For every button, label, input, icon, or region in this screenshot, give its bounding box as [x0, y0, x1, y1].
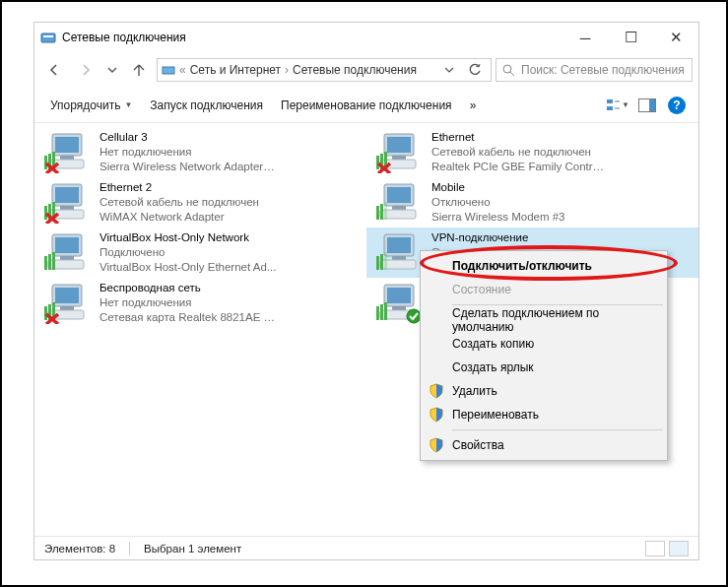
search-icon — [502, 64, 515, 77]
connection-item[interactable]: Ethernet Сетевой кабель не подключен Rea… — [366, 127, 698, 177]
item-count: Элементов: 8 — [44, 543, 115, 554]
svg-rect-47 — [392, 156, 406, 160]
svg-rect-33 — [44, 256, 47, 270]
connection-status: Нет подключения — [99, 145, 277, 160]
shield-icon — [429, 383, 444, 399]
connection-name: VirtualBox Host-Only Network — [99, 230, 276, 245]
ctx-connect[interactable]: Подключить/отключить — [423, 254, 665, 278]
ctx-rename[interactable]: Переименовать — [423, 403, 665, 426]
organize-menu[interactable]: Упорядочить▼ — [44, 95, 138, 116]
svg-rect-10 — [649, 99, 655, 111]
titlebar: Сетевые подключения ─ ☐ ✕ — [34, 23, 698, 52]
connection-device: Sierra Wireless Network Adapter #3 — [99, 160, 277, 174]
connection-device: VirtualBox Host-Only Ethernet Ad... — [99, 260, 276, 275]
up-button[interactable] — [125, 56, 153, 84]
svg-rect-49 — [376, 156, 379, 169]
connection-status: Подключено — [99, 245, 276, 260]
connection-status: Нет подключения — [99, 295, 277, 310]
svg-rect-63 — [392, 256, 406, 260]
svg-rect-66 — [380, 254, 383, 270]
connection-device: Sierra Wireless Modem #3 — [431, 210, 564, 225]
search-placeholder: Поиск: Сетевые подключения — [521, 63, 685, 77]
window-icon — [40, 30, 56, 45]
connection-name: Ethernet — [431, 130, 609, 145]
rename-connection-button[interactable]: Переименование подключения — [275, 95, 458, 116]
view-options-button[interactable]: ▼ — [606, 94, 629, 117]
svg-rect-38 — [60, 306, 74, 310]
details-view-button[interactable] — [645, 541, 665, 556]
svg-rect-58 — [376, 206, 379, 220]
window-title: Сетевые подключения — [62, 31, 563, 44]
refresh-button[interactable] — [463, 63, 487, 77]
adapter-icon — [374, 281, 424, 324]
svg-rect-13 — [60, 156, 74, 160]
svg-rect-15 — [44, 156, 47, 169]
svg-rect-21 — [55, 187, 79, 203]
breadcrumb-part[interactable]: Сеть и Интернет — [190, 63, 281, 77]
address-bar: « Сеть и Интернет › Сетевые подключения … — [34, 52, 698, 88]
connection-device: Realtek PCIe GBE Family Controller — [431, 160, 609, 174]
connection-item[interactable]: Беспроводная сеть Нет подключения Сетева… — [34, 278, 366, 328]
adapter-icon — [42, 130, 92, 173]
svg-rect-72 — [376, 306, 379, 320]
ctx-status: Состояние — [423, 278, 665, 301]
svg-rect-24 — [44, 206, 47, 220]
svg-rect-65 — [376, 256, 379, 270]
breadcrumb-part[interactable]: Сетевые подключения — [293, 63, 417, 77]
svg-line-4 — [510, 72, 514, 76]
close-button[interactable]: ✕ — [653, 23, 698, 52]
connection-item[interactable]: Ethernet 2 Сетевой кабель не подключен W… — [34, 177, 366, 228]
start-connection-button[interactable]: Запуск подключения — [144, 95, 269, 116]
connection-name: Беспроводная сеть — [99, 281, 277, 295]
adapter-icon — [42, 180, 92, 224]
connection-name: VPN-подключение — [431, 230, 528, 245]
connection-device: WiMAX Network Adapter — [99, 210, 259, 225]
svg-rect-31 — [60, 256, 74, 260]
svg-rect-34 — [48, 254, 51, 270]
shield-icon — [429, 407, 444, 423]
forward-button[interactable] — [72, 56, 99, 84]
ctx-shortcut[interactable]: Создать ярлык — [423, 356, 665, 379]
svg-point-75 — [407, 309, 421, 323]
statusbar: Элементов: 8 Выбран 1 элемент — [34, 536, 698, 559]
minimize-button[interactable]: ─ — [563, 23, 608, 52]
connection-status: Сетевой кабель не подключен — [431, 145, 609, 160]
svg-rect-12 — [55, 137, 79, 153]
svg-rect-2 — [163, 67, 174, 74]
svg-rect-40 — [44, 306, 47, 320]
breadcrumb-dropdown[interactable] — [439, 65, 459, 75]
maximize-button[interactable]: ☐ — [608, 23, 653, 52]
connection-device: Сетевая карта Realtek 8821AE Wi... — [99, 310, 277, 325]
adapter-icon — [42, 281, 92, 324]
context-menu: Подключить/отключить Состояние Сделать п… — [420, 250, 668, 461]
ctx-delete[interactable]: Удалить — [423, 379, 665, 403]
svg-rect-37 — [55, 288, 79, 303]
adapter-icon — [374, 130, 424, 173]
adapter-icon — [374, 180, 424, 224]
svg-point-3 — [503, 65, 511, 73]
adapter-icon — [374, 230, 424, 274]
ctx-copy[interactable]: Создать копию — [423, 332, 665, 356]
connection-name: Ethernet 2 — [99, 180, 259, 195]
svg-rect-62 — [387, 237, 411, 253]
connection-item[interactable]: VirtualBox Host-Only Network Подключено … — [34, 228, 366, 278]
connection-name: Cellular 3 — [99, 130, 277, 145]
more-commands[interactable]: » — [464, 95, 483, 116]
help-button[interactable]: ? — [665, 94, 689, 117]
connection-item[interactable]: Cellular 3 Нет подключения Sierra Wirele… — [34, 127, 366, 177]
connection-status: Отключено — [431, 195, 564, 210]
breadcrumb[interactable]: « Сеть и Интернет › Сетевые подключения — [157, 58, 492, 82]
connection-name: Mobile — [431, 180, 564, 195]
svg-rect-5 — [607, 99, 613, 103]
svg-rect-30 — [55, 237, 79, 253]
back-button[interactable] — [40, 56, 68, 84]
tiles-view-button[interactable] — [669, 541, 689, 556]
ctx-default[interactable]: Сделать подключением по умолчанию — [423, 308, 665, 332]
ctx-properties[interactable]: Свойства — [423, 433, 665, 457]
svg-rect-1 — [43, 35, 53, 37]
preview-pane-button[interactable] — [635, 94, 659, 117]
svg-rect-69 — [387, 288, 411, 303]
search-input[interactable]: Поиск: Сетевые подключения — [496, 58, 693, 82]
recent-button[interactable] — [103, 56, 121, 84]
connection-item[interactable]: Mobile Отключено Sierra Wireless Modem #… — [366, 177, 698, 228]
